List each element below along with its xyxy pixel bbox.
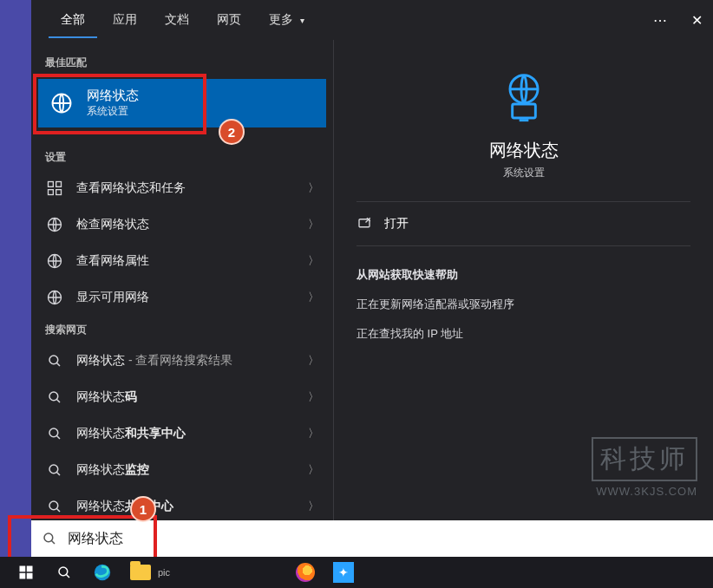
best-match-subtitle: 系统设置	[87, 104, 139, 119]
search-box-container	[31, 520, 713, 557]
chevron-right-icon: 〉	[308, 290, 319, 305]
svg-rect-19	[27, 566, 33, 572]
web-result[interactable]: 网络状态和共享中心〉	[31, 415, 333, 452]
svg-rect-18	[20, 566, 26, 572]
tab-more-label: 更多	[269, 12, 293, 26]
detail-subtitle: 系统设置	[356, 166, 690, 180]
folder-label: pic	[158, 567, 170, 578]
result-label: 网络状态共享中心	[76, 499, 296, 514]
section-best-match: 最佳匹配	[31, 49, 333, 75]
globe-icon	[45, 252, 64, 271]
settings-result[interactable]: 显示可用网络〉	[31, 279, 333, 316]
globe-icon	[49, 90, 75, 116]
chevron-right-icon: 〉	[308, 389, 319, 405]
svg-rect-4	[56, 190, 62, 195]
tab-docs[interactable]: 文档	[153, 2, 201, 38]
chevron-right-icon: 〉	[308, 499, 319, 514]
search-icon	[45, 424, 64, 443]
network-status-large-icon	[496, 69, 552, 125]
open-action[interactable]: 打开	[356, 202, 690, 246]
open-icon	[356, 216, 372, 232]
result-label: 显示可用网络	[76, 290, 296, 305]
result-label: 查看网络状态和任务	[76, 180, 296, 196]
file-explorer-icon[interactable]	[128, 560, 153, 585]
result-label: 网络状态 - 查看网络搜索结果	[76, 353, 296, 369]
taskbar: pic ✦	[0, 557, 713, 588]
chevron-right-icon: 〉	[308, 180, 319, 196]
search-icon	[42, 531, 57, 546]
svg-rect-15	[512, 104, 535, 118]
chevron-down-icon: ▾	[300, 16, 304, 25]
section-search-web: 搜索网页	[31, 316, 333, 343]
search-icon	[45, 388, 64, 407]
tab-all[interactable]: 全部	[49, 2, 97, 38]
web-result[interactable]: 网络状态监控〉	[31, 452, 333, 488]
help-heading: 从网站获取快速帮助	[356, 267, 690, 283]
close-button[interactable]: ✕	[680, 12, 713, 29]
globe-icon	[45, 215, 64, 234]
more-options-button[interactable]: ⋯	[644, 12, 677, 29]
desktop-left-strip	[0, 0, 31, 588]
settings-result[interactable]: 查看网络属性〉	[31, 243, 333, 279]
tab-more[interactable]: 更多 ▾	[257, 2, 317, 38]
web-result[interactable]: 网络状态 - 查看网络搜索结果〉	[31, 343, 333, 379]
search-input[interactable]	[68, 531, 328, 546]
results-column: 最佳匹配 网络状态 系统设置 2 设置 查看网络状态和任务〉检查网络状态〉查看网…	[31, 40, 333, 555]
help-link[interactable]: 正在更新网络适配器或驱动程序	[356, 297, 690, 312]
chevron-right-icon: 〉	[308, 253, 319, 269]
detail-title: 网络状态	[356, 139, 690, 162]
globe-icon	[45, 288, 64, 307]
search-icon	[45, 461, 64, 480]
best-match-result[interactable]: 网络状态 系统设置 2	[38, 79, 326, 127]
svg-rect-20	[20, 573, 26, 579]
svg-rect-21	[27, 573, 33, 579]
search-icon	[45, 351, 64, 370]
open-label: 打开	[384, 216, 409, 232]
tab-apps[interactable]: 应用	[101, 2, 149, 38]
search-panel: 全部 应用 文档 网页 更多 ▾ ⋯ ✕ 最佳匹配 网络状态 系统设置	[31, 0, 713, 555]
section-settings: 设置	[31, 143, 333, 170]
settings-result[interactable]: 查看网络状态和任务〉	[31, 170, 333, 206]
detail-pane: 网络状态 系统设置 打开 从网站获取快速帮助 正在更新网络适配器或驱动程序正在查…	[333, 40, 713, 555]
chevron-right-icon: 〉	[308, 217, 319, 232]
result-label: 检查网络状态	[76, 217, 296, 232]
search-icon	[45, 497, 64, 516]
result-label: 网络状态和共享中心	[76, 426, 296, 441]
chevron-right-icon: 〉	[308, 426, 319, 441]
result-label: 网络状态码	[76, 389, 296, 405]
annotation-marker-2: 2	[219, 119, 245, 145]
chevron-right-icon: 〉	[308, 353, 319, 369]
search-tabs: 全部 应用 文档 网页 更多 ▾ ⋯ ✕	[31, 0, 713, 40]
best-match-title: 网络状态	[87, 88, 139, 104]
taskbar-search-icon[interactable]	[52, 560, 76, 585]
web-result[interactable]: 网络状态共享中心〉	[31, 488, 333, 525]
tab-web[interactable]: 网页	[205, 2, 253, 38]
chevron-right-icon: 〉	[308, 462, 319, 478]
firefox-icon[interactable]	[293, 560, 317, 585]
settings-result[interactable]: 检查网络状态〉	[31, 206, 333, 243]
edge-icon[interactable]	[90, 560, 114, 585]
web-result[interactable]: 网络状态码〉	[31, 379, 333, 415]
blue-app-icon[interactable]: ✦	[331, 560, 356, 585]
control-panel-icon	[45, 179, 64, 198]
result-label: 查看网络属性	[76, 253, 296, 269]
help-link[interactable]: 正在查找我的 IP 地址	[356, 326, 690, 342]
result-label: 网络状态监控	[76, 462, 296, 478]
annotation-marker-1: 1	[130, 496, 156, 522]
svg-rect-1	[49, 182, 54, 187]
start-button[interactable]	[14, 560, 38, 585]
svg-rect-2	[56, 182, 62, 187]
svg-rect-3	[49, 190, 54, 195]
